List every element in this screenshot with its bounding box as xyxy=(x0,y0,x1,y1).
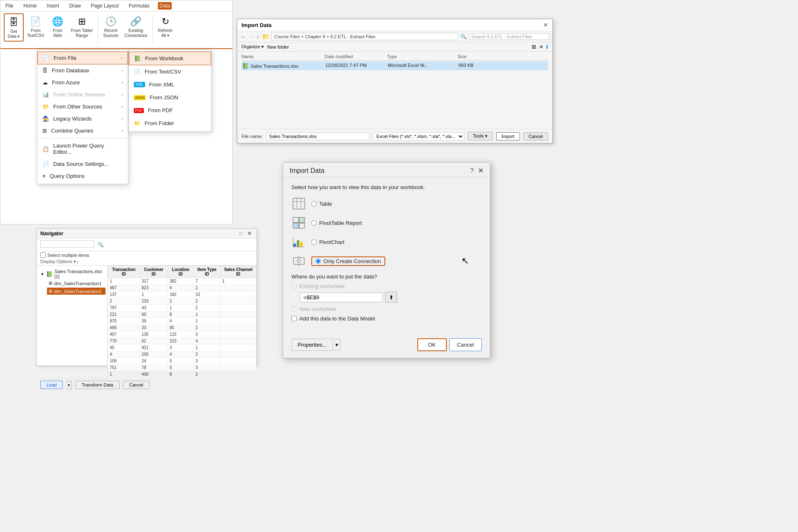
legacy-label: Legacy Wizards xyxy=(53,116,91,122)
only-create-radio[interactable] xyxy=(315,259,321,264)
menu-data[interactable]: Data xyxy=(158,2,172,10)
close-icon-import[interactable]: ✕ xyxy=(478,167,483,175)
cell-ref-button[interactable]: ⬆ xyxy=(385,292,397,303)
up-icon[interactable]: ↑ xyxy=(256,34,259,40)
address-bar[interactable]: Course Files > Chapter 9 > 9.2 ETL - Ext… xyxy=(271,33,458,40)
submenu-from-folder[interactable]: 📁 From Folder xyxy=(129,117,211,130)
table-cell xyxy=(220,331,256,338)
menu-home[interactable]: Home xyxy=(22,2,38,10)
navigator-panel: Navigator □ ✕ 🔍 Select multiple items Di… xyxy=(37,229,257,366)
search-input-top[interactable]: Search 9.2 ETL - Extract Files xyxy=(469,33,549,40)
get-data-button[interactable]: 🗄 GetData ▾ xyxy=(4,13,24,42)
existing-worksheet-radio[interactable] xyxy=(291,283,297,289)
file-type-select[interactable]: Excel Files (*.xls*, *.xlsm, *.xla*, *.x… xyxy=(373,132,464,140)
table-cell xyxy=(220,311,256,318)
forward-icon[interactable]: → xyxy=(249,34,254,40)
from-azure-icon: ☁ xyxy=(42,79,48,86)
submenu-from-xml[interactable]: XML From XML xyxy=(129,78,211,91)
cancel-button-file[interactable]: Cancel xyxy=(523,132,548,140)
refresh-all-button[interactable]: ↻ RefreshAll ▾ xyxy=(155,13,175,40)
help-icon[interactable]: ? xyxy=(470,167,474,175)
menu-insert[interactable]: Insert xyxy=(45,2,61,10)
tree-child-1[interactable]: ⊞ dim_SalesTransaction1 xyxy=(47,280,106,287)
table-row: 140082 xyxy=(108,371,256,378)
back-icon[interactable]: ← xyxy=(241,34,246,40)
dropdown-from-azure[interactable]: ☁ From Azure › xyxy=(37,76,128,89)
menu-draw[interactable]: Draw xyxy=(67,2,82,10)
ok-button[interactable]: OK xyxy=(417,338,447,351)
add-model-checkbox[interactable] xyxy=(291,316,297,321)
table-cell: 62 xyxy=(140,338,167,345)
menu-formulas[interactable]: Formulas xyxy=(127,2,151,10)
dropdown-launch-pqe[interactable]: 📋 Launch Power Query Editor... xyxy=(37,140,128,158)
navigator-title-buttons: □ ✕ xyxy=(238,231,253,236)
from-text-csv-button[interactable]: 📄 FromText/CSV xyxy=(25,13,47,40)
navigator-options-row: Select multiple items Display Options ▾ … xyxy=(37,251,256,266)
file-browser-close-icon[interactable]: ✕ xyxy=(543,22,548,28)
table-cell: 870 xyxy=(108,318,140,325)
close-btn-nav[interactable]: ✕ xyxy=(246,231,253,236)
organize-btn[interactable]: Organize ▾ xyxy=(241,44,264,49)
load-button[interactable]: Load xyxy=(40,381,63,389)
only-create-option[interactable]: Only Create Connection xyxy=(311,256,385,266)
info-icon[interactable]: ℹ xyxy=(546,44,548,50)
submenu-from-text-csv[interactable]: 📄 From Text/CSV xyxy=(129,65,211,78)
from-other-chevron: › xyxy=(122,104,123,109)
pivot-table-option[interactable]: PivotTable Report xyxy=(311,220,362,226)
import-button-file[interactable]: Import xyxy=(496,132,520,140)
existing-connections-button[interactable]: 🔗 ExistingConnections xyxy=(122,13,150,40)
view-icon-1[interactable]: ⊞ xyxy=(532,44,536,50)
tree-child-2[interactable]: ⊞ dim_SalesTransaction2 xyxy=(47,288,106,295)
svg-rect-9 xyxy=(297,240,299,247)
select-multiple-checkbox[interactable] xyxy=(40,252,46,258)
dropdown-data-source-settings[interactable]: 📄 Data Source Settings... xyxy=(37,158,128,170)
table-cell: 4 xyxy=(108,351,140,358)
submenu-from-pdf[interactable]: PDF From PDF xyxy=(129,104,211,117)
dropdown-legacy-wizards[interactable]: 🧙 Legacy Wizards › xyxy=(37,113,128,125)
tools-button[interactable]: Tools ▾ xyxy=(468,132,493,140)
view-icon-2[interactable]: ≡ xyxy=(539,44,543,50)
dropdown-combine-queries[interactable]: ⊞ Combine Queries › xyxy=(37,125,128,137)
properties-dropdown-btn[interactable]: ▾ xyxy=(334,339,340,351)
table-row: 1092453 xyxy=(108,358,256,365)
from-web-button[interactable]: 🌐 FromWeb xyxy=(48,13,68,40)
table-cell: 1 xyxy=(167,305,193,311)
properties-button[interactable]: Properties... xyxy=(291,339,333,351)
dropdown-from-online-services[interactable]: 📊 From Online Services › xyxy=(37,89,128,101)
pivot-chart-radio[interactable] xyxy=(311,239,317,245)
table-cell: 1 xyxy=(194,311,220,318)
file-row[interactable]: 📗 Sales Transactions.xlsx 12/28/2021 7:4… xyxy=(241,62,548,70)
file-name-input[interactable] xyxy=(266,133,369,140)
launch-pqe-icon: 📋 xyxy=(42,146,49,152)
table-cell: 921 xyxy=(140,345,167,351)
import-dialog-titlebar: Import Data ? ✕ xyxy=(283,163,490,177)
dropdown-query-options[interactable]: ≡ Query Options xyxy=(37,170,128,182)
load-dropdown-btn[interactable]: ▾ xyxy=(66,381,72,389)
cancel-button-import[interactable]: Cancel xyxy=(449,338,482,351)
table-option[interactable]: Table xyxy=(311,201,332,207)
menu-page-layout[interactable]: Page Layout xyxy=(89,2,120,10)
cell-ref-input[interactable] xyxy=(300,293,383,302)
pivot-table-radio[interactable] xyxy=(311,220,317,226)
submenu-from-workbook[interactable]: 📗 From Workbook xyxy=(129,52,211,65)
recent-sources-button[interactable]: 🕒 RecentSources xyxy=(101,13,121,40)
navigator-search-input[interactable] xyxy=(40,240,94,248)
from-table-range-button[interactable]: ⊞ From Table/Range xyxy=(69,13,96,40)
dropdown-from-file[interactable]: 📄 From File › xyxy=(37,52,128,64)
ribbon: 🗄 GetData ▾ 📄 FromText/CSV 🌐 FromWeb ⊞ F… xyxy=(0,12,232,49)
new-worksheet-radio[interactable] xyxy=(291,306,297,312)
new-folder-btn[interactable]: New folder xyxy=(267,44,289,49)
submenu-from-json[interactable]: JSON From JSON xyxy=(129,91,211,104)
dropdown-from-other-sources[interactable]: 📁 From Other Sources › xyxy=(37,101,128,113)
table-cell: 78 xyxy=(140,365,167,371)
dropdown-from-database[interactable]: 🗄 From Database › xyxy=(37,64,128,76)
transform-data-button[interactable]: Transform Data xyxy=(75,381,119,389)
menu-file[interactable]: File xyxy=(4,2,15,10)
display-options-btn[interactable]: Display Options ▾ › xyxy=(40,259,253,264)
table-radio[interactable] xyxy=(311,201,317,207)
pivot-chart-option[interactable]: PivotChart xyxy=(311,239,345,245)
maximize-btn[interactable]: □ xyxy=(238,231,244,236)
cancel-button-nav[interactable]: Cancel xyxy=(123,381,150,389)
table-cell xyxy=(220,291,256,298)
tree-item-parent[interactable]: ▼ 📗 Sales Transactions.xlsx [1] xyxy=(39,268,106,280)
